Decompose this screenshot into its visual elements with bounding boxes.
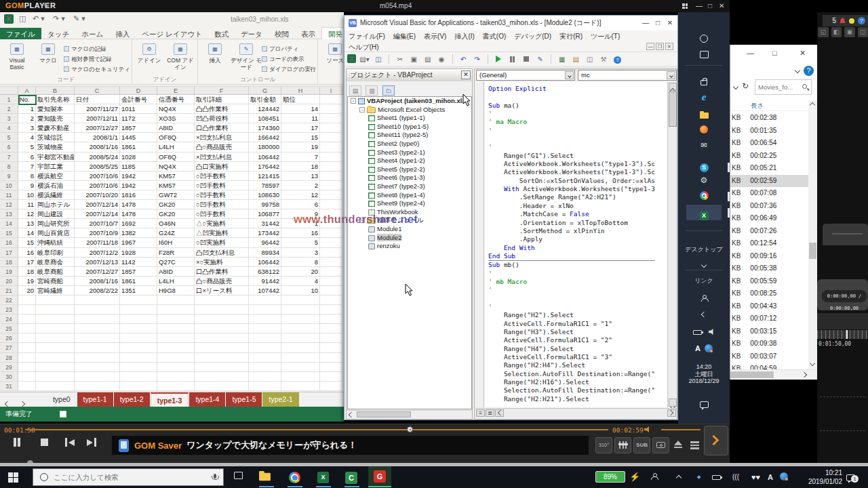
cell[interactable] bbox=[195, 333, 249, 343]
tree-item-Sheet4type12[interactable]: Sheet4 (type1-2) bbox=[348, 157, 471, 165]
ribbon-button-gear[interactable]: ⚙アドイン bbox=[134, 41, 165, 77]
cell[interactable] bbox=[249, 353, 281, 363]
cell[interactable] bbox=[281, 382, 320, 391]
edge-icon[interactable]: e bbox=[678, 91, 730, 103]
cell[interactable] bbox=[281, 305, 320, 314]
explorer-vscrollbar[interactable] bbox=[808, 100, 817, 369]
file-row[interactable]: KB00:03:15 bbox=[730, 325, 808, 338]
macro-record-icon[interactable] bbox=[60, 411, 66, 418]
cell[interactable]: 岐阜商会 bbox=[36, 258, 75, 267]
cell[interactable] bbox=[18, 333, 36, 343]
ribbon-expand-chevron-icon[interactable] bbox=[795, 68, 800, 73]
cell[interactable] bbox=[320, 152, 342, 162]
battery-indicator[interactable]: 89% bbox=[595, 471, 625, 483]
cell[interactable]: 173442 bbox=[249, 228, 281, 238]
taskbar-clock[interactable]: 10:21 2019/01/02 bbox=[793, 468, 842, 486]
cell[interactable]: 横浜石油 bbox=[36, 181, 75, 190]
code-hscrollbar[interactable]: ≡ ≣ bbox=[475, 408, 677, 417]
cell[interactable]: 2008/5/25 bbox=[75, 162, 120, 171]
cell[interactable] bbox=[320, 133, 342, 142]
explorer-maximize-button[interactable]: □ bbox=[772, 49, 777, 57]
vba-close-button[interactable]: ✕ bbox=[665, 18, 675, 28]
cell[interactable]: 岡山百貨店 bbox=[36, 228, 75, 238]
view-code-icon[interactable]: ▤ bbox=[349, 85, 361, 96]
cell[interactable] bbox=[249, 363, 281, 372]
cell[interactable]: 91442 bbox=[249, 277, 281, 286]
cell[interactable]: 2007/12/27 bbox=[75, 123, 120, 133]
table-row[interactable]: 98横浜航空2007/10/61942KM57○凹手数料12141513 bbox=[0, 171, 344, 181]
cell[interactable] bbox=[75, 382, 120, 391]
redo-icon[interactable]: ↷ bbox=[472, 54, 483, 64]
cell[interactable]: 日付 bbox=[75, 95, 120, 104]
ribbon-tab-タッチ[interactable]: タッチ bbox=[41, 28, 75, 40]
cell[interactable] bbox=[320, 277, 342, 286]
cell[interactable] bbox=[18, 343, 36, 352]
row-header[interactable]: 13 bbox=[0, 209, 18, 219]
cell[interactable]: 19 bbox=[18, 277, 36, 286]
cell[interactable]: 凸○商品販売 bbox=[195, 277, 249, 286]
cell[interactable]: 2007/10/20 bbox=[75, 190, 120, 200]
cell[interactable]: 取引詳細 bbox=[195, 95, 249, 104]
table-row[interactable]: 1918岐阜商船2007/12/271857A8ID口凸作業料63812220 bbox=[0, 267, 344, 277]
row-header[interactable]: 2 bbox=[0, 104, 18, 114]
menu-help[interactable]: ヘルプ(H) bbox=[344, 41, 383, 53]
cut-icon[interactable]: ✂ bbox=[395, 54, 406, 64]
cell[interactable]: 2007/10/6 bbox=[75, 181, 120, 190]
table-row[interactable]: 76宇都宮不動産2008/5/241028OF8Q×凹支払利息1064427 bbox=[0, 152, 344, 162]
cell[interactable]: ○凹実施料 bbox=[195, 238, 249, 247]
row-header[interactable]: 30 bbox=[0, 372, 18, 382]
cell[interactable] bbox=[281, 353, 320, 363]
cell[interactable]: 1942 bbox=[120, 181, 157, 190]
menu-item[interactable]: 書式(O) bbox=[479, 30, 510, 42]
cell[interactable]: 1028 bbox=[120, 152, 157, 162]
cell[interactable] bbox=[18, 314, 36, 324]
excel-icon[interactable]: X bbox=[678, 208, 730, 220]
tree-expander-icon[interactable]: - bbox=[359, 107, 365, 113]
save-icon[interactable]: ◫ bbox=[19, 14, 26, 23]
ribbon-tab-校閲[interactable]: 校閲 bbox=[269, 28, 295, 40]
row-header[interactable]: 6 bbox=[0, 142, 18, 152]
cell[interactable] bbox=[249, 296, 281, 305]
file-row[interactable]: KB00:09:16 bbox=[730, 250, 808, 263]
cell[interactable]: 3 bbox=[281, 248, 320, 258]
cell[interactable]: 横浜航空 bbox=[36, 171, 75, 181]
cell[interactable]: 638122 bbox=[249, 267, 281, 277]
hearts-icon[interactable]: ♥♥ bbox=[751, 473, 760, 481]
cell[interactable]: 2007/12/14 bbox=[75, 209, 120, 219]
undo-icon[interactable]: ↶ bbox=[458, 54, 469, 64]
table-row[interactable]: 32愛知販売2007/12/111172XO3S凹凸荷役料10845111 bbox=[0, 114, 344, 123]
cell[interactable]: 1967 bbox=[120, 238, 157, 247]
object-dropdown[interactable]: (General) bbox=[476, 70, 575, 81]
cell[interactable]: 11 bbox=[281, 114, 320, 123]
insert-object-icon[interactable]: ▤▾ bbox=[359, 54, 370, 64]
cell[interactable] bbox=[249, 382, 281, 391]
file-row[interactable]: KB00:12:54 bbox=[730, 237, 808, 250]
table-row[interactable]: 22 bbox=[0, 296, 344, 305]
sheet-tab-type0[interactable]: type0 bbox=[47, 392, 77, 407]
cell[interactable] bbox=[320, 296, 342, 305]
cell[interactable]: KM57 bbox=[157, 181, 195, 190]
cell[interactable] bbox=[281, 333, 320, 343]
project-panel-hscrollbar[interactable] bbox=[347, 410, 472, 418]
cell[interactable] bbox=[320, 190, 342, 200]
table-row[interactable]: 1211岡山ホテル2007/12/141478GK20○凹手数料997586 bbox=[0, 200, 344, 209]
next-file-button[interactable] bbox=[704, 426, 728, 455]
row-header[interactable]: 10 bbox=[0, 181, 18, 190]
eject-button[interactable] bbox=[674, 441, 682, 448]
table-row[interactable]: 65茨城物産2008/1/161861L4LH凸○商品販売18000019 bbox=[0, 142, 344, 152]
file-row[interactable]: KB00:05:21 bbox=[730, 162, 808, 175]
cell[interactable]: 2 bbox=[18, 114, 36, 123]
cell[interactable] bbox=[120, 305, 157, 314]
ribbon-button-vb[interactable]: ▦Visual Basic bbox=[1, 41, 33, 77]
gom-saver-banner[interactable]: GOM Saver ワンタップで大切なメモリーが守られる！ bbox=[112, 436, 589, 455]
cell[interactable]: ×○実施料 bbox=[195, 258, 249, 267]
people-icon[interactable] bbox=[651, 473, 657, 479]
cell[interactable] bbox=[249, 314, 281, 324]
table-row[interactable]: 43愛媛不動産2007/12/271857A8ID口凸作業料17436017 bbox=[0, 123, 344, 133]
cell[interactable]: 岡山研究所 bbox=[36, 219, 75, 228]
gom-maximize-button[interactable]: □ bbox=[708, 2, 712, 9]
table-row[interactable]: 54茨城信託2008/1/11445OF8Q×凹支払利息16644215 bbox=[0, 133, 344, 142]
gom-player-taskbar-button[interactable]: G bbox=[368, 466, 391, 487]
ribbon-item[interactable]: マクロの記録 bbox=[64, 44, 130, 54]
cell[interactable]: 岡山ホテル bbox=[36, 200, 75, 209]
